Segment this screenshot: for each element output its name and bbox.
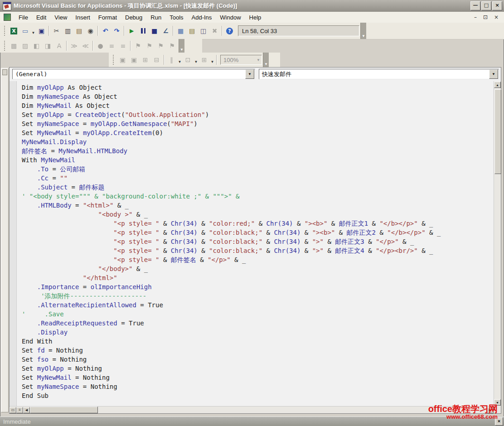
menu-file[interactable]: File xyxy=(15,13,32,22)
cut-button[interactable]: ✂ xyxy=(51,25,62,36)
zoom-value: 100% xyxy=(221,57,255,63)
zoom-combo[interactable]: 100% ▼ xyxy=(220,55,262,65)
paste-icon: ▤ xyxy=(76,27,82,34)
reset-button[interactable]: ■ xyxy=(149,25,160,36)
reset-icon: ■ xyxy=(151,27,157,34)
code-line: "<p style= " & Chr(34) & "color:red;" & … xyxy=(22,219,494,228)
mdi-close-button[interactable]: × xyxy=(494,14,499,20)
toolbar-grip[interactable] xyxy=(3,26,6,36)
toolbar-options-button[interactable]: ▼ xyxy=(179,39,184,53)
code-line: .Display xyxy=(22,328,494,337)
code-line: Set myNameSpace = myOlApp.GetNamespace("… xyxy=(22,119,494,128)
toolbar-separator xyxy=(164,55,165,65)
object-browser-button[interactable]: ◫ xyxy=(198,25,209,36)
menu-tools[interactable]: Tools xyxy=(165,13,187,22)
vertical-scrollbar-thumb[interactable] xyxy=(494,89,501,174)
uncomment-block-button: ≡ xyxy=(117,40,129,51)
minimize-button[interactable]: — xyxy=(470,1,480,10)
toolbox-icon: ✖ xyxy=(212,27,218,34)
menu-window[interactable]: Window xyxy=(216,13,245,22)
dock-grip[interactable] xyxy=(2,69,7,75)
code-line: .AlternateRecipientAllowed = True xyxy=(22,300,494,310)
code-line: Set fso = Nothing xyxy=(22,355,494,364)
help-button[interactable]: ? xyxy=(224,25,235,36)
project-icon xyxy=(4,14,11,21)
object-dropdown[interactable]: (General) ▼ xyxy=(12,69,255,79)
break-button[interactable] xyxy=(137,25,149,36)
comment-block-icon: ≡ xyxy=(109,42,115,49)
code-line: .Cc = "" xyxy=(22,174,494,183)
code-line: .Subject = 邮件标题 xyxy=(22,183,494,192)
edit-toolbar: ▩▨◧◨A≫≪●≡≡⚑⚑⚑⚑ ▼ xyxy=(0,39,202,53)
project-explorer-button[interactable]: ▦ xyxy=(175,25,186,36)
code-lines[interactable]: Dim myOlApp As ObjectDim myNameSpace As … xyxy=(17,81,494,406)
window-title: Microsoft Visual Basic for Applications … xyxy=(14,2,470,10)
immediate-title: Immediate xyxy=(0,418,495,425)
view-excel-button[interactable]: X xyxy=(8,25,19,36)
chevron-down-icon[interactable]: ▼ xyxy=(255,58,262,62)
horizontal-scrollbar-thumb[interactable] xyxy=(30,407,98,413)
procedure-view-button[interactable]: ▭ xyxy=(10,407,16,413)
full-module-view-button[interactable]: ≡ xyxy=(16,407,23,413)
toolbar-options-button[interactable]: ▼ xyxy=(360,23,366,39)
bring-to-front-button: ▣ xyxy=(117,54,128,65)
procedure-dropdown-value: 快速发邮件 xyxy=(259,70,489,78)
design-mode-button[interactable]: ∠ xyxy=(160,25,171,36)
find-button[interactable]: ◉ xyxy=(85,25,96,36)
toggle-bookmark-icon: ⚑ xyxy=(135,42,141,49)
cursor-position-indicator: Ln 58, Col 33 xyxy=(238,25,359,36)
menu-debug[interactable]: Debug xyxy=(121,13,146,22)
margin-indicator-bar[interactable] xyxy=(10,81,17,406)
code-editor[interactable]: Dim myOlApp As ObjectDim myNameSpace As … xyxy=(10,81,494,406)
copy-button[interactable]: ▥ xyxy=(62,25,73,36)
code-line: Dim MyNewMail As Object xyxy=(22,101,494,110)
undo-button[interactable]: ↶ xyxy=(100,25,111,36)
close-button[interactable]: × xyxy=(492,1,502,10)
standard-toolbar-buttons: X▭▼▣✂▥▤◉↶↷▶■∠▦▤◫✖? xyxy=(8,25,235,36)
run-button[interactable]: ▶ xyxy=(126,25,137,36)
toolbar-grip[interactable] xyxy=(111,55,115,65)
menu-add-ins[interactable]: Add-Ins xyxy=(188,13,216,22)
toolbar-grip[interactable] xyxy=(3,41,6,51)
copy-icon: ▥ xyxy=(65,27,71,34)
menu-run[interactable]: Run xyxy=(146,13,165,22)
cut-icon: ✂ xyxy=(54,27,59,34)
paste-button[interactable]: ▤ xyxy=(73,25,85,36)
toolbar-separator xyxy=(66,41,67,51)
object-browser-icon: ◫ xyxy=(200,27,206,34)
dock-splitter[interactable] xyxy=(1,68,9,412)
code-line: With MyNewMail xyxy=(22,155,494,165)
next-bookmark-button: ⚑ xyxy=(144,40,155,51)
code-line: "<p style= " & Chr(34) & "color:black;" … xyxy=(22,237,494,246)
chevron-down-icon[interactable]: ▼ xyxy=(245,69,254,79)
properties-window-button[interactable]: ▤ xyxy=(186,25,198,36)
code-line: ' .Save xyxy=(22,310,494,319)
mdi-minimize-button[interactable]: – xyxy=(474,14,477,20)
list-constants-button: ▨ xyxy=(19,40,31,51)
align-button: ∥ xyxy=(166,54,177,65)
menu-edit[interactable]: Edit xyxy=(32,13,50,22)
scroll-left-icon[interactable]: ◀ xyxy=(23,407,30,413)
maximize-button[interactable]: □ xyxy=(481,1,491,10)
chevron-down-icon[interactable]: ▼ xyxy=(489,69,498,79)
watermark-site-name: office教程学习网 xyxy=(428,404,498,414)
procedure-dropdown[interactable]: 快速发邮件 ▼ xyxy=(259,69,499,79)
horizontal-scrollbar[interactable]: ▭ ≡ ◀ ▶ xyxy=(10,406,494,413)
toolbar-separator xyxy=(92,41,93,51)
toolbar-options-button[interactable]: ▼ xyxy=(263,53,269,67)
same-size-icon: ⊞ xyxy=(202,56,207,63)
redo-button[interactable]: ↷ xyxy=(111,25,122,36)
menu-view[interactable]: View xyxy=(50,13,71,22)
vertical-scrollbar[interactable]: ▲ ▼ xyxy=(494,81,501,406)
save-button[interactable]: ▣ xyxy=(36,25,47,36)
menu-help[interactable]: Help xyxy=(245,13,266,22)
menu-insert[interactable]: Insert xyxy=(71,13,94,22)
chevron-down-icon[interactable]: ▼ xyxy=(31,25,36,36)
code-header: (General) ▼ 快速发邮件 ▼ xyxy=(10,68,501,82)
previous-bookmark-button: ⚑ xyxy=(155,40,166,51)
mdi-restore-button[interactable]: ⊡ xyxy=(483,14,488,20)
menu-format[interactable]: Format xyxy=(94,13,121,22)
insert-userform-button[interactable]: ▭ xyxy=(19,25,31,36)
edit-toolbar-buttons: ▩▨◧◨A≫≪●≡≡⚑⚑⚑⚑ xyxy=(8,40,178,51)
scroll-up-icon[interactable]: ▲ xyxy=(494,82,501,88)
